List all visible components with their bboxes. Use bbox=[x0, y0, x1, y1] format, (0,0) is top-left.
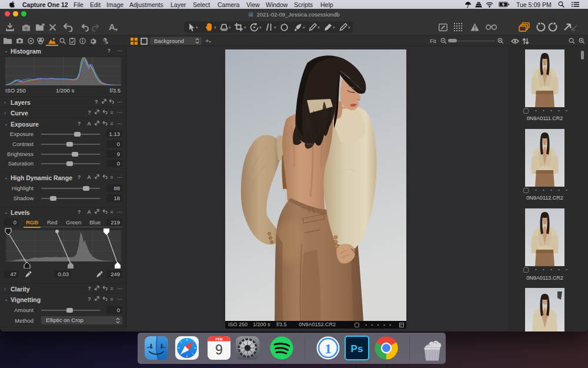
svg-text:1: 1 bbox=[325, 341, 332, 356]
svg-text:Ps: Ps bbox=[351, 343, 363, 354]
svg-text:FEB: FEB bbox=[216, 337, 223, 341]
svg-text:9: 9 bbox=[215, 342, 223, 357]
